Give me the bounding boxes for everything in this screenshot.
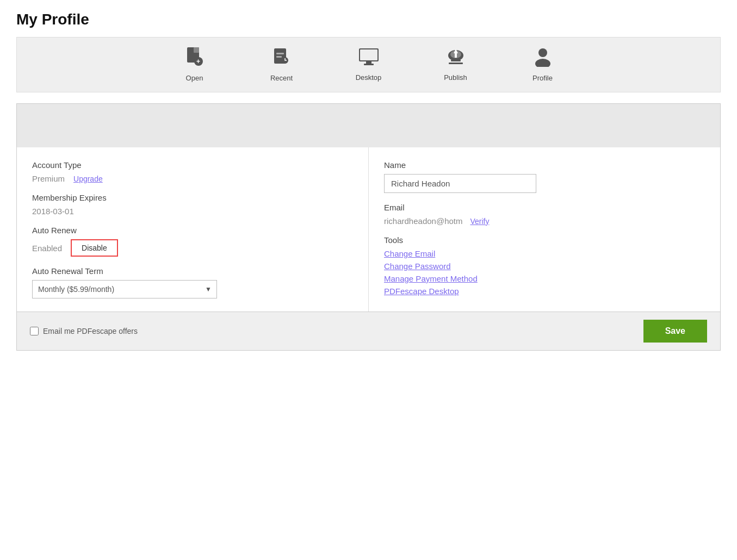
toolbar: + Open Recent Desktop [16,37,721,92]
card-header [17,104,720,147]
desktop-icon [358,48,379,70]
svg-rect-6 [276,56,282,58]
auto-renew-label: Auto Renew [32,226,353,235]
svg-rect-17 [449,63,463,64]
toolbar-profile-label: Profile [532,74,553,82]
name-label: Name [384,160,705,170]
svg-rect-5 [276,53,284,54]
disable-button[interactable]: Disable [71,239,118,257]
toolbar-open-label: Open [186,74,203,82]
renewal-term-select-wrapper: Monthly ($5.99/month) Annually ($39.99/y… [32,280,217,298]
account-type-label: Account Type [32,160,353,170]
save-button[interactable]: Save [643,320,707,343]
tools-list: Change Email Change Password Manage Paym… [384,249,705,296]
svg-rect-1 [194,47,199,53]
page-title: My Profile [16,11,721,28]
auto-renew-value: Enabled [32,244,62,253]
renewal-term-select[interactable]: Monthly ($5.99/month) Annually ($39.99/y… [32,280,217,298]
publish-icon [445,48,466,70]
pdfescape-desktop-link[interactable]: PDFescape Desktop [384,287,705,296]
change-email-link[interactable]: Change Email [384,249,705,258]
name-input[interactable] [384,174,536,193]
email-value: richardheadon@hotm [384,216,462,226]
toolbar-item-open[interactable]: + Open [151,43,238,86]
card-body: Account Type Premium Upgrade Membership … [17,147,720,312]
change-password-link[interactable]: Change Password [384,262,705,271]
account-type-value: Premium [32,174,65,183]
svg-point-18 [538,48,547,57]
svg-rect-11 [364,64,374,65]
open-icon: + [186,47,203,71]
account-type-row: Premium Upgrade [32,174,353,183]
toolbar-publish-label: Publish [444,73,467,82]
svg-text:+: + [196,58,200,65]
email-offers-row: Email me PDFescape offers [30,327,138,335]
email-offers-label: Email me PDFescape offers [43,327,138,335]
toolbar-recent-label: Recent [270,74,293,82]
card-footer: Email me PDFescape offers Save [17,312,720,350]
verify-link[interactable]: Verify [470,217,489,226]
svg-rect-10 [366,61,371,64]
toolbar-item-desktop[interactable]: Desktop [325,43,412,86]
email-label: Email [384,203,705,212]
manage-payment-link[interactable]: Manage Payment Method [384,274,705,283]
auto-renew-row: Enabled Disable [32,239,353,257]
profile-icon [534,47,552,71]
profile-card: Account Type Premium Upgrade Membership … [16,103,721,351]
recent-icon [273,47,290,71]
toolbar-item-recent[interactable]: Recent [238,43,325,86]
card-left: Account Type Premium Upgrade Membership … [17,147,369,312]
svg-rect-16 [451,60,461,61]
membership-expires-label: Membership Expires [32,193,353,202]
toolbar-desktop-label: Desktop [356,73,382,82]
membership-expires-value: 2018-03-01 [32,207,353,216]
svg-rect-9 [360,49,377,60]
email-row: richardheadon@hotm Verify [384,216,705,226]
email-offers-checkbox[interactable] [30,327,39,335]
toolbar-item-publish[interactable]: Publish [412,43,499,86]
auto-renewal-term-label: Auto Renewal Term [32,266,353,276]
svg-point-19 [535,59,550,67]
card-right: Name Email richardheadon@hotm Verify Too… [369,147,720,312]
svg-rect-15 [455,53,457,58]
toolbar-item-profile[interactable]: Profile [499,43,586,86]
tools-label: Tools [384,235,705,245]
upgrade-link[interactable]: Upgrade [73,175,103,183]
